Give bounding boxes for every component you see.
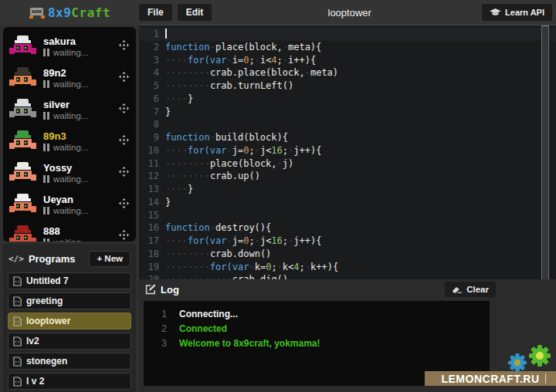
move-icon[interactable] [119,198,129,211]
whitespace-dot: · [255,235,260,246]
program-item[interactable]: lv2 [8,333,131,350]
player-row[interactable]: silver waiting... [9,93,130,125]
programs-panel: </> Programs + New Untitled 7 greeting l… [3,244,136,392]
code-line[interactable]: 5········crab.turnLeft() [139,79,556,93]
log-message: Connecting... [179,307,238,322]
player-info: Ueyan waiting... [43,194,112,215]
code-line[interactable]: 6····} [139,93,556,106]
code-line[interactable]: 16function·destroy(){ [139,221,556,235]
whitespace-dot: · [227,274,232,279]
code-line[interactable]: 15 [139,209,556,222]
whitespace-dot: · [205,262,210,272]
players-panel: sakura waiting... 89n2 [3,27,136,242]
move-icon[interactable] [119,39,129,53]
code-line[interactable]: 13····} [139,183,556,196]
player-row[interactable]: 888 waiting... [9,220,130,242]
pause-icon [43,144,49,151]
program-item[interactable]: greeting [8,292,131,309]
line-number: 5 [139,79,165,93]
player-avatar [9,161,36,184]
move-icon[interactable] [119,103,129,117]
code-line[interactable]: 4········crab.place(block,·meta) [139,66,556,79]
watermark-banner: LEMONCRAFT.RU [425,371,556,386]
file-icon [13,357,22,367]
player-status: waiting... [43,174,112,184]
log-line-number: 1 [144,307,179,322]
player-row[interactable]: Ueyan waiting... [9,188,130,220]
whitespace-dot: · [205,274,210,279]
clear-label: Clear [466,285,489,294]
code-editor[interactable]: 12function·place(block,·meta){3····for(v… [139,25,556,279]
program-name: Untitled 7 [26,275,69,286]
whitespace-dot: · [205,248,210,259]
programs-header: </> Programs + New [8,249,131,268]
whitespace-dot: · [176,93,181,104]
editor-scrollbar[interactable] [541,25,549,279]
program-item[interactable]: l v 2 [8,373,131,390]
player-status-text: waiting... [53,238,88,242]
move-icon[interactable] [119,71,129,85]
code-line[interactable]: 14} [139,196,556,209]
code-line[interactable]: 10····for(var·j=0;·j<16;·j++){ [139,144,556,157]
log-header: Log Clear [139,279,556,299]
player-row[interactable]: 89n2 waiting... [9,62,130,93]
player-info: 888 waiting... [43,225,112,242]
code-line[interactable]: 2function·place(block,·meta){ [139,41,556,54]
move-icon[interactable] [119,166,129,180]
code-line[interactable]: 12········crab.up() [139,170,556,183]
text-cursor [165,29,167,39]
code-line[interactable]: 19········for(var·k=0;·k<4;·k++){ [139,261,556,274]
whitespace-dot: · [205,158,210,169]
clear-log-button[interactable]: Clear [445,282,496,297]
whitespace-dot: · [182,80,188,91]
line-number: 9 [139,131,165,144]
program-item[interactable]: looptower [8,313,131,329]
pause-icon [43,80,49,88]
line-number: 20 [139,273,165,279]
code-line[interactable]: 11········place(block,·j) [139,157,556,171]
menu-file-button[interactable]: File [139,4,172,21]
pause-icon [43,112,49,120]
program-item[interactable]: Untitled 7 [8,272,131,289]
player-row[interactable]: 89n3 waiting... [9,125,130,157]
code-line[interactable]: 20············crab.dig() [139,273,556,279]
whitespace-dot: · [176,158,181,169]
log-message: Welcome to 8x9craft, yokmama! [179,336,320,351]
whitespace-dot: · [182,184,188,194]
move-icon[interactable] [119,229,129,242]
code-line[interactable]: 8 [139,118,556,131]
log-edit-icon [145,284,156,295]
learn-api-button[interactable]: Learn API [482,4,552,21]
program-item[interactable]: stonegen [8,353,131,370]
main-area: 12function·place(block,·meta){3····for(v… [139,25,556,392]
log-line-number: 3 [144,336,179,351]
code-line[interactable]: 1 [139,28,556,41]
code-line[interactable]: 17····for(var·j=0;·j<16;·j++){ [139,235,556,248]
code-line[interactable]: 9function·build(block){ [139,131,556,144]
player-row[interactable]: Yossy waiting... [9,157,130,188]
move-icon[interactable] [119,134,129,148]
player-name: 89n3 [43,130,112,142]
player-status-text: waiting... [53,143,88,152]
player-avatar [9,98,36,120]
code-text: ············crab.dig() [165,273,556,279]
code-line[interactable]: 3····for(var·i=0;·i<4;·i++){ [139,54,556,67]
code-line[interactable]: 7} [139,106,556,119]
file-icon [13,296,22,306]
player-status-text: waiting... [53,174,88,184]
pause-icon [43,175,49,183]
player-name: 89n2 [43,67,112,79]
whitespace-dot: · [198,158,204,169]
file-icon [13,377,22,387]
player-status-text: waiting... [53,48,88,57]
whitespace-dot: · [176,184,181,194]
menu-edit-button[interactable]: Edit [178,4,212,21]
new-program-button[interactable]: + New [89,251,131,267]
log-entry: 1Connecting... [144,307,490,322]
code-text: ········crab.down() [165,248,556,261]
file-icon [13,336,22,346]
code-line[interactable]: 18········crab.down() [139,248,556,261]
player-row[interactable]: sakura waiting... [9,30,130,62]
whitespace-dot: · [205,171,210,181]
whitespace-dot: · [210,222,215,233]
